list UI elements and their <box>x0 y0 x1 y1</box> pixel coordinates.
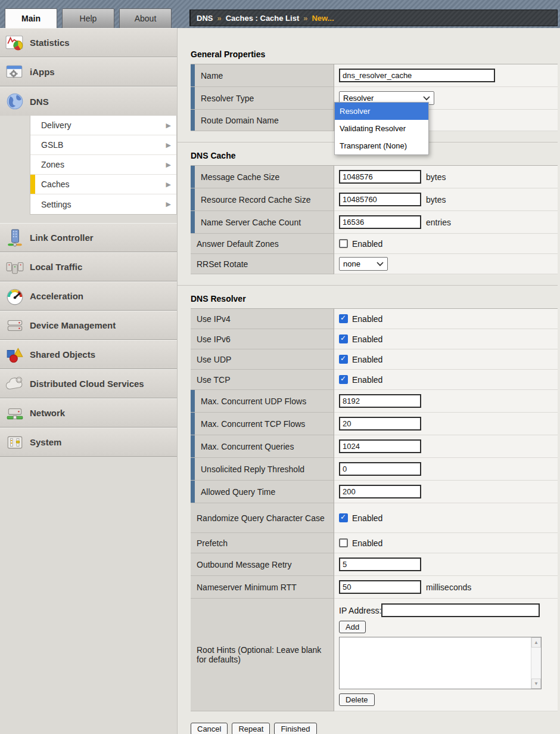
breadcrumb-separator: » <box>217 14 221 23</box>
sidebar-item-label: Device Management <box>30 320 116 330</box>
root-hints-ip-input[interactable] <box>381 603 540 617</box>
cancel-button[interactable]: Cancel <box>191 723 228 734</box>
breadcrumb-section[interactable]: DNS <box>197 14 213 23</box>
outbound-message-retry-input[interactable] <box>339 558 421 571</box>
prefetch-checkbox[interactable] <box>339 538 348 547</box>
sidebar-item-acceleration[interactable]: Acceleration <box>0 281 177 311</box>
use-ipv6-checkbox[interactable] <box>339 335 348 343</box>
sidebar-item-device-management[interactable]: Device Management <box>0 311 177 340</box>
delete-button[interactable]: Delete <box>339 693 375 706</box>
resource-record-cache-size-input[interactable] <box>339 193 421 206</box>
sidebar-nav: Statistics iApps DNS Delivery ▶ <box>0 28 178 734</box>
unsolicited-reply-threshold-input[interactable] <box>339 462 421 476</box>
field-label: Randomize Query Character Case <box>197 513 325 523</box>
submenu-chevron-icon: ▶ <box>166 141 171 149</box>
sidebar-item-iapps[interactable]: iApps <box>0 57 177 86</box>
sidebar-item-zones[interactable]: Zones ▶ <box>30 155 176 175</box>
form-row-randomize-query-case: Randomize Query Character Case Enabled <box>191 503 558 533</box>
sidebar-item-network[interactable]: Network <box>0 398 177 428</box>
dropdown-option-resolver[interactable]: Resolver <box>335 103 428 120</box>
scroll-up-icon[interactable]: ▲ <box>531 637 541 648</box>
sidebar-item-local-traffic[interactable]: Local Traffic <box>0 252 177 281</box>
sidebar-item-dns[interactable]: DNS <box>0 86 177 116</box>
link-controller-icon <box>5 228 26 247</box>
breadcrumb-current: New... <box>312 14 334 23</box>
sidebar-item-label: iApps <box>30 67 55 77</box>
max-concurrent-udp-flows-input[interactable] <box>339 394 421 408</box>
max-concurrent-tcp-flows-input[interactable] <box>339 417 421 431</box>
sidebar-item-system[interactable]: System <box>0 428 177 457</box>
submenu-item-label: GSLB <box>41 140 63 150</box>
field-label: Route Domain Name <box>201 116 279 125</box>
bigip-config-page: Main Help About DNS » Caches : Cache Lis… <box>0 0 560 734</box>
field-label: Max. Concurrent Queries <box>201 442 294 451</box>
nameserver-minimum-rtt-input[interactable] <box>339 580 421 594</box>
field-label: Resolver Type <box>201 94 254 103</box>
checkbox-label: Enabled <box>352 355 382 364</box>
form-row-root-hints: Root Hints (Optional: Leave blank for de… <box>191 599 558 711</box>
sidebar-item-label: Shared Objects <box>30 349 95 360</box>
sidebar-item-caches[interactable]: Caches ▶ <box>30 175 176 194</box>
form-row-rr-cache-size: Resource Record Cache Size bytes <box>191 188 558 211</box>
dropdown-option-validating-resolver[interactable]: Validating Resolver <box>335 120 428 137</box>
acceleration-icon <box>5 287 26 306</box>
answer-default-zones-checkbox[interactable] <box>339 239 348 248</box>
name-input[interactable] <box>339 69 495 82</box>
sidebar-item-label: Link Controller <box>30 233 94 243</box>
shared-objects-icon <box>5 345 26 364</box>
allowed-query-time-input[interactable] <box>339 485 421 498</box>
form-row-rrset-rotate: RRSet Rotate none <box>191 254 558 274</box>
checkbox-label: Enabled <box>352 375 382 385</box>
field-label: Outbound Message Retry <box>197 560 292 569</box>
message-cache-size-input[interactable] <box>339 170 421 184</box>
use-udp-checkbox[interactable] <box>339 355 348 364</box>
section-title: General Properties <box>191 49 558 59</box>
use-tcp-checkbox[interactable] <box>339 375 348 384</box>
max-concurrent-queries-input[interactable] <box>339 439 421 453</box>
field-label: Root Hints (Optional: Leave blank for de… <box>197 645 329 664</box>
scroll-down-icon[interactable]: ▼ <box>531 679 541 689</box>
name-server-cache-count-input[interactable] <box>339 215 421 229</box>
checkbox-label: Enabled <box>352 239 382 249</box>
sidebar-item-gslb[interactable]: GSLB ▶ <box>30 135 176 155</box>
top-tabs: Main Help About <box>5 8 172 28</box>
form-row-prefetch: Prefetch Enabled <box>191 533 558 553</box>
repeat-button[interactable]: Repeat <box>232 723 270 734</box>
sidebar-item-label: Local Traffic <box>30 262 82 272</box>
submenu-item-label: Delivery <box>41 120 71 130</box>
submenu-item-label: Caches <box>41 179 69 189</box>
sidebar-item-delivery[interactable]: Delivery ▶ <box>30 116 176 135</box>
root-hints-list-content <box>340 637 531 689</box>
dropdown-option-transparent-none[interactable]: Transparent (None) <box>335 137 428 154</box>
breadcrumb-path[interactable]: Caches : Cache List <box>226 14 300 23</box>
form-row-message-cache-size: Message Cache Size bytes <box>191 166 558 188</box>
tab-help[interactable]: Help <box>62 8 114 28</box>
chevron-down-icon <box>377 262 384 267</box>
tab-about[interactable]: About <box>119 8 172 28</box>
sidebar-item-link-controller[interactable]: Link Controller <box>0 223 177 252</box>
sidebar-item-label: Distributed Cloud Services <box>30 379 144 389</box>
root-hints-listbox[interactable]: ▲ ▼ <box>339 637 542 689</box>
sidebar-item-shared-objects[interactable]: Shared Objects <box>0 340 177 369</box>
main-content: General Properties Name Resolver Type Re… <box>178 28 560 734</box>
sidebar-item-settings[interactable]: Settings ▶ <box>30 194 176 214</box>
submenu-chevron-icon: ▶ <box>166 122 171 129</box>
field-label: Resource Record Cache Size <box>201 195 310 205</box>
randomize-query-case-checkbox[interactable] <box>339 513 348 522</box>
listbox-scrollbar[interactable]: ▲ ▼ <box>531 637 541 689</box>
rrset-rotate-select[interactable]: none <box>339 257 388 271</box>
field-label: Prefetch <box>197 538 228 548</box>
use-ipv4-checkbox[interactable] <box>339 314 348 323</box>
field-label: Use TCP <box>197 375 231 385</box>
sidebar-item-statistics[interactable]: Statistics <box>0 28 177 57</box>
section-general-properties: General Properties Name Resolver Type Re… <box>191 49 558 131</box>
form-row-unsolicited-reply: Unsolicited Reply Threshold <box>191 458 558 481</box>
field-label: Answer Default Zones <box>197 239 279 249</box>
add-button[interactable]: Add <box>339 621 366 633</box>
sidebar-item-label: Acceleration <box>30 291 83 301</box>
tab-main[interactable]: Main <box>5 8 57 28</box>
sidebar-item-label: Statistics <box>30 38 70 48</box>
finished-button[interactable]: Finished <box>274 723 316 734</box>
sidebar-item-distributed-cloud[interactable]: Distributed Cloud Services <box>0 369 177 398</box>
field-label: Name Server Cache Count <box>201 218 301 227</box>
